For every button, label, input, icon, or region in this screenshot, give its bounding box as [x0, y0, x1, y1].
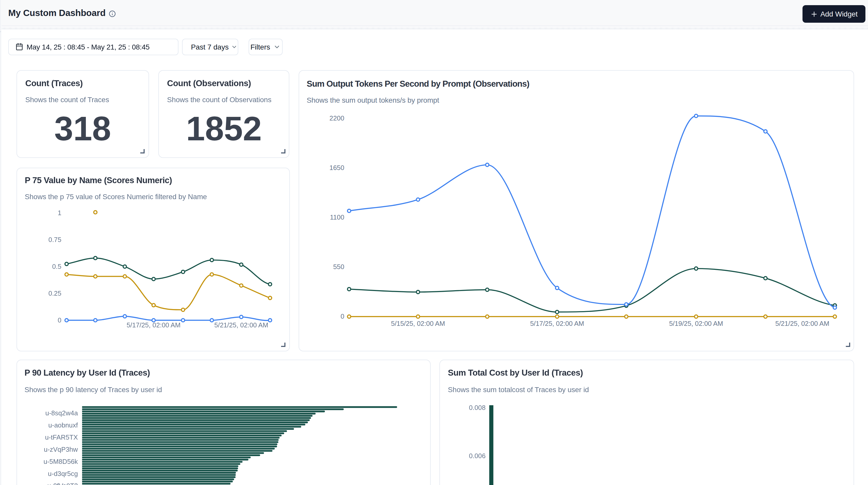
svg-text:550: 550 [333, 263, 344, 270]
svg-text:1100: 1100 [330, 214, 344, 221]
svg-text:5/15/25, 02:00 AM: 5/15/25, 02:00 AM [391, 320, 445, 327]
svg-text:0.008: 0.008 [469, 404, 486, 411]
svg-text:0.5: 0.5 [52, 263, 61, 270]
svg-text:0: 0 [341, 313, 344, 320]
svg-text:u-8sq2w4a: u-8sq2w4a [45, 410, 78, 417]
svg-text:u-d3qr5cg: u-d3qr5cg [48, 470, 78, 477]
svg-text:0.25: 0.25 [49, 290, 61, 297]
svg-text:0.75: 0.75 [49, 236, 61, 243]
svg-text:u-8fVa9T3: u-8fVa9T3 [47, 482, 78, 485]
svg-text:1: 1 [58, 209, 61, 216]
svg-text:5/17/25, 02:00 AM: 5/17/25, 02:00 AM [530, 320, 584, 327]
svg-text:0.006: 0.006 [469, 452, 486, 459]
svg-text:u-5M8D56k: u-5M8D56k [43, 458, 78, 465]
svg-text:0: 0 [58, 316, 61, 324]
svg-text:5/17/25, 02:00 AM: 5/17/25, 02:00 AM [127, 322, 181, 329]
svg-text:2200: 2200 [330, 115, 344, 122]
svg-text:5/21/25, 02:00 AM: 5/21/25, 02:00 AM [214, 322, 268, 329]
svg-text:5/21/25, 02:00 AM: 5/21/25, 02:00 AM [775, 320, 829, 327]
svg-text:u-tFAR5TX: u-tFAR5TX [45, 434, 78, 441]
svg-text:u-aobnuxf: u-aobnuxf [48, 422, 78, 429]
svg-text:u-zVqP3hw: u-zVqP3hw [44, 446, 78, 453]
svg-text:5/19/25, 02:00 AM: 5/19/25, 02:00 AM [669, 320, 723, 327]
svg-text:1650: 1650 [330, 164, 344, 171]
